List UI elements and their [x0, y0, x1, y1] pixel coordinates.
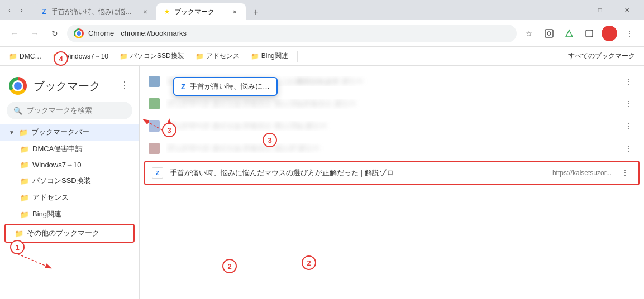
new-tab-button[interactable]: +	[248, 4, 264, 20]
sidebar-sub-item-windows7[interactable]: 📁 Windows7→10	[0, 157, 139, 172]
tab-item-2[interactable]: ★ ブックマーク ✕	[156, 3, 246, 20]
annotation-2: 2	[302, 255, 316, 270]
bookmark-title-5: 手首が痛い時、悩みに悩んだマウスの選び方が正解だった | 解説ゾロ	[170, 168, 546, 178]
titlebar-controls-left: ‹ ›	[4, 5, 27, 15]
bookmarks-bar-item-win7[interactable]: 📁 Windows7→10	[48, 50, 113, 62]
sidebar-item-other-bookmarks[interactable]: 📁 その他のブックマーク	[4, 224, 135, 243]
bookmark-list: ブックマーク タイトル テキスト ここに表示されます ダミー ⋮ ブックマーク …	[140, 66, 644, 299]
bookmarks-bar-item-bing[interactable]: 📁 Bing関連	[246, 49, 293, 63]
tabs-container: Z 手首が痛い時、悩みに悩んだマウ… ✕ ★ ブックマーク ✕ +	[34, 0, 558, 20]
folder-icon: 📁	[20, 145, 29, 153]
search-placeholder: ブックマークを検索	[27, 105, 92, 115]
share-icon[interactable]	[581, 26, 597, 41]
bookmarks-bar-item-ssd[interactable]: 📁 パソコンSSD換装	[115, 49, 189, 63]
bm-label-dmc: DMC…	[20, 52, 41, 60]
folder-icon: 📁	[20, 161, 29, 169]
folder-icon: 📁	[9, 52, 17, 60]
bookmark-item-5[interactable]: Z 手首が痛い時、悩みに悩んだマウスの選び方が正解だった | 解説ゾロ http…	[144, 161, 640, 185]
bookmarks-bar-item-adsense[interactable]: 📁 アドセンス	[191, 49, 244, 63]
tab-favicon-2: ★	[163, 8, 171, 16]
maximize-button[interactable]: □	[587, 1, 613, 19]
sidebar-item-bookmarks-bar[interactable]: ▼ 📁 ブックマークバー	[0, 124, 139, 141]
bookmark-info-3: ブックマーク タイトル テキスト サンプル ダミー	[166, 121, 615, 131]
right-panel: Z 手首が痛い時、悩みに… ブックマーク タイトル テキスト ここに表示されます…	[140, 66, 644, 299]
chrome-logo-large-icon	[9, 77, 27, 95]
bookmark-favicon-2	[149, 98, 160, 109]
tab-close-2[interactable]: ✕	[230, 7, 239, 16]
titlebar-forward[interactable]: ›	[17, 5, 27, 15]
menu-button[interactable]: ⋮	[622, 26, 637, 41]
bm-label-adsense: アドセンス	[206, 51, 240, 61]
bookmark-item-4[interactable]: ブックマーク タイトル テキスト ロング ダミー ⋮	[140, 137, 644, 160]
folder-icon: 📁	[19, 128, 28, 137]
svg-point-1	[547, 32, 551, 35]
bookmarks-bar-item-dmc[interactable]: 📁 DMC…	[4, 50, 46, 62]
sidebar-sub-label-pcssd: パソコンSSD換装	[32, 176, 91, 186]
folder-icon: 📁	[251, 52, 259, 60]
main-content: ブックマーク ⋮ 🔍 ブックマークを検索 ▼ 📁 ブックマークバー 📁 DMCA…	[0, 66, 644, 299]
expand-icon: ▼	[9, 129, 15, 136]
tab-item-1[interactable]: Z 手首が痛い時、悩みに悩んだマウ… ✕	[34, 3, 156, 20]
bookmark-favicon-4	[149, 143, 160, 154]
sidebar-other-bookmarks-label: その他のブックマーク	[27, 228, 99, 238]
search-box[interactable]: 🔍 ブックマークを検索	[7, 102, 132, 119]
drag-tooltip-favicon: Z	[181, 83, 185, 91]
sidebar-bookmarks-bar-label: ブックマークバー	[31, 127, 89, 137]
bookmark-info-5: 手首が痛い時、悩みに悩んだマウスの選び方が正解だった | 解説ゾロ	[170, 168, 546, 178]
bookmark-more-1[interactable]: ⋮	[622, 75, 635, 88]
titlebar-back[interactable]: ‹	[4, 5, 15, 15]
sidebar: ブックマーク ⋮ 🔍 ブックマークを検索 ▼ 📁 ブックマークバー 📁 DMCA…	[0, 66, 140, 299]
svg-marker-2	[566, 30, 573, 37]
titlebar: ‹ › Z 手首が痛い時、悩みに悩んだマウ… ✕ ★ ブックマーク ✕ + — …	[0, 0, 644, 20]
bookmark-item-2[interactable]: ブックマーク タイトル テキスト サンプルテキスト ダミー ⋮	[140, 93, 644, 115]
tab-close-1[interactable]: ✕	[141, 7, 150, 16]
folder-icon: 📁	[20, 210, 29, 219]
bookmark-info-4: ブックマーク タイトル テキスト ロング ダミー	[166, 143, 615, 153]
sidebar-sub-item-adsense[interactable]: 📁 アドセンス	[0, 189, 139, 206]
bookmark-info-2: ブックマーク タイトル テキスト サンプルテキスト ダミー	[166, 99, 615, 109]
folder-icon: 📁	[195, 52, 204, 60]
sidebar-sub-label-dmca: DMCA侵害申請	[32, 144, 83, 154]
sidebar-page-title: ブックマーク	[34, 79, 101, 94]
drag-tooltip: Z 手首が痛い時、悩みに…	[173, 77, 278, 96]
chrome-label: Chrome	[88, 29, 114, 37]
address-box[interactable]: Chrome chrome://bookmarks	[67, 25, 517, 42]
back-button[interactable]: ←	[7, 26, 22, 41]
sidebar-sub-item-bing[interactable]: 📁 Bing関連	[0, 206, 139, 223]
bookmark-favicon-5: Z	[152, 167, 163, 179]
close-button[interactable]: ✕	[614, 1, 640, 19]
google-drive-icon[interactable]	[561, 26, 577, 41]
minimize-button[interactable]: —	[560, 1, 586, 19]
address-right: ☆ ⋮	[521, 26, 637, 41]
sidebar-top-area: ブックマーク ⋮ 🔍 ブックマークを検索	[0, 70, 139, 119]
bookmarks-bar-item-all[interactable]: すべてのブックマーク	[564, 49, 640, 63]
sidebar-sub-item-pcssd[interactable]: 📁 パソコンSSD換装	[0, 172, 139, 189]
bookmark-item-3[interactable]: ブックマーク タイトル テキスト サンプル ダミー ⋮	[140, 115, 644, 137]
sidebar-sub-item-dmca[interactable]: 📁 DMCA侵害申請	[0, 141, 139, 157]
sidebar-tree: ▼ 📁 ブックマークバー 📁 DMCA侵害申請 📁 Windows7→10 📁 …	[0, 124, 139, 246]
folder-icon: 📁	[15, 229, 23, 238]
bookmark-title-2: ブックマーク タイトル テキスト サンプルテキスト ダミー	[166, 99, 615, 109]
screenshot-icon[interactable]	[541, 26, 557, 41]
bookmark-title-4: ブックマーク タイトル テキスト ロング ダミー	[166, 143, 615, 153]
profile-avatar[interactable]	[602, 26, 617, 41]
forward-button[interactable]: →	[27, 26, 42, 41]
bookmark-more-3[interactable]: ⋮	[622, 119, 635, 133]
bookmark-more-4[interactable]: ⋮	[622, 142, 635, 155]
tab-favicon-1: Z	[40, 8, 48, 16]
drag-tooltip-title: 手首が痛い時、悩みに…	[190, 81, 270, 91]
titlebar-right: — □ ✕	[560, 1, 640, 19]
bm-label-win7: Windows7→10	[63, 52, 108, 60]
tab-title-2: ブックマーク	[174, 7, 227, 17]
bookmark-more-5[interactable]: ⋮	[618, 166, 632, 180]
sidebar-more-button[interactable]: ⋮	[117, 77, 132, 93]
sidebar-sub-label-bing: Bing関連	[32, 209, 61, 219]
svg-rect-0	[545, 30, 553, 37]
bm-label-all: すべてのブックマーク	[568, 51, 635, 61]
chrome-logo-icon	[74, 28, 84, 38]
star-icon[interactable]: ☆	[521, 26, 537, 41]
refresh-button[interactable]: ↻	[47, 26, 63, 41]
bookmark-url-5: https://kaisetsuzor...	[552, 169, 612, 177]
bookmark-favicon-3	[149, 120, 160, 132]
bookmark-more-2[interactable]: ⋮	[622, 97, 635, 110]
